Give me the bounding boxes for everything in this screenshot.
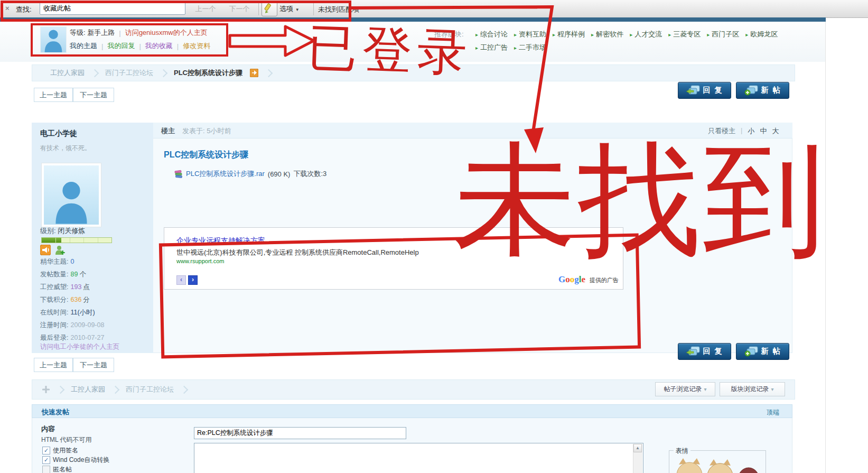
checkbox-row: ✓ Wind Code自动转换 — [42, 456, 109, 465]
author-name[interactable]: 电工小学徒 — [40, 129, 77, 138]
separator: | — [101, 42, 103, 50]
next-topic-button[interactable]: 下一主题 — [73, 88, 114, 102]
ad-next-button[interactable]: › — [188, 275, 198, 285]
back-to-top-link[interactable]: 顶端 — [767, 408, 779, 417]
reply-button[interactable]: 回 复 — [678, 343, 731, 360]
close-icon[interactable]: × — [5, 4, 10, 12]
my-favorites-link[interactable]: 我的收藏 — [145, 41, 173, 51]
breadcrumb-home[interactable]: 工控人家园 — [50, 68, 85, 78]
ad-url: www.rsupport.com — [176, 258, 224, 264]
view-op-only-link[interactable]: 只看楼主 — [708, 126, 735, 136]
checkbox-label: 使用签名 — [53, 446, 78, 455]
chevron-right-icon — [91, 69, 99, 77]
board-link[interactable]: ▸西门子区 — [707, 30, 739, 39]
subject-input[interactable] — [194, 427, 406, 439]
board-link[interactable]: ▸解密软件 — [591, 30, 623, 39]
separator: | — [139, 42, 141, 50]
stat-row: 注册时间:2009-09-08 — [40, 321, 152, 332]
board-link[interactable]: ▸欧姆龙区 — [745, 30, 778, 39]
reply-button[interactable]: 回 复 — [678, 82, 731, 99]
scroll-up-icon[interactable]: ▲ — [633, 444, 642, 452]
share-icon[interactable] — [250, 69, 258, 77]
author-homepage-link[interactable]: 访问电工小学徒的个人主页 — [40, 342, 119, 351]
recommended-row2: ▸工控广告 ▸二手市场 — [475, 43, 546, 52]
triangle-bullet-icon: ▸ — [668, 32, 671, 38]
forum-page: × 查找: 上一个 下一个 选项 ▼ 未找到匹配项 等级: 新手上路 | 访问g — [0, 0, 868, 473]
board-link[interactable]: ▸综合讨论 — [475, 30, 508, 39]
board-link[interactable]: ▸程序样例 — [553, 30, 585, 39]
my-topics-link[interactable]: 我的主题 — [70, 41, 97, 51]
avatar-background — [44, 165, 99, 225]
cat-emoticons[interactable] — [675, 457, 759, 473]
attachment-icon — [174, 170, 183, 178]
options-button[interactable]: 选项 ▼ — [279, 3, 300, 15]
prev-topic-button[interactable]: 上一主题 — [34, 358, 73, 372]
post-view-options: 只看楼主 | 小 中 大 — [708, 126, 779, 136]
windcode-convert-checkbox[interactable]: ✓ — [42, 456, 50, 464]
find-bar: × 查找: 上一个 下一个 选项 ▼ 未找到匹配项 — [0, 0, 868, 18]
find-next-button[interactable]: 下一个 — [224, 3, 255, 15]
font-size-small-link[interactable]: 小 — [748, 126, 754, 136]
next-topic-button[interactable]: 下一主题 — [73, 358, 114, 372]
user-profile-link[interactable]: 访问geniusxmw的个人主页 — [125, 28, 208, 38]
board-history-dropdown[interactable]: 版块浏览记录▾ — [720, 382, 785, 396]
author-avatar[interactable] — [41, 163, 101, 227]
new-post-button[interactable]: 新 帖 — [736, 343, 789, 360]
triangle-bullet-icon: ▸ — [707, 32, 710, 38]
reply-label: 回 复 — [703, 347, 723, 356]
plus-icon[interactable] — [42, 385, 50, 394]
my-replies-link[interactable]: 我的回复 — [107, 41, 135, 51]
page-right-edge — [825, 22, 826, 473]
breadcrumb-home[interactable]: 工控人家园 — [71, 385, 105, 394]
attachment-row: PLC控制系统设计步骤.rar (690 K) 下载次数:3 — [174, 169, 326, 179]
breadcrumb-board[interactable]: 西门子工控论坛 — [105, 68, 153, 78]
post-history-label: 帖子浏览记录 — [664, 385, 702, 393]
user-header-line2: 我的主题 | 我的回复 | 我的收藏 | 修改资料 — [70, 41, 210, 51]
find-prev-button[interactable]: 上一个 — [190, 3, 221, 15]
user-level-text: 等级: 新手上路 — [70, 28, 115, 38]
breadcrumb-board[interactable]: 西门子工控论坛 — [126, 385, 174, 394]
announce-icon[interactable] — [40, 245, 51, 255]
board-link[interactable]: ▸资料互助 — [514, 30, 546, 39]
checkbox-label: Wind Code自动转换 — [53, 456, 109, 465]
divider — [258, 2, 259, 15]
emoticon-label: 表情 — [674, 447, 690, 456]
triangle-bullet-icon: ▸ — [475, 32, 478, 38]
level-label: 级别: — [40, 227, 56, 235]
triangle-bullet-icon: ▸ — [514, 45, 517, 51]
quick-post-header: 快速发帖 顶端 — [32, 404, 792, 418]
post-history-dropdown[interactable]: 帖子浏览记录▾ — [655, 382, 715, 396]
checkbox-label: 匿名帖 — [53, 465, 72, 473]
board-history-label: 版块浏览记录 — [731, 385, 769, 393]
add-friend-icon[interactable] — [54, 245, 65, 255]
author-signature: 有技术，饿不死。 — [40, 144, 91, 153]
edit-profile-link[interactable]: 修改资料 — [183, 41, 210, 51]
new-post-label: 新 帖 — [761, 347, 781, 356]
anonymous-checkbox[interactable] — [42, 466, 50, 473]
recommended-row1: ▸综合讨论 ▸资料互助 ▸程序样例 ▸解密软件 ▸人才交流 ▸三菱专区 ▸西门子… — [475, 30, 778, 39]
new-post-button[interactable]: 新 帖 — [736, 82, 789, 99]
ads-by-google[interactable]: Google 提供的广告 — [558, 274, 619, 285]
board-link[interactable]: ▸二手市场 — [514, 43, 546, 52]
scrollbar[interactable]: ▲ — [633, 444, 642, 473]
stat-row: 在线时间:11(小时) — [40, 308, 152, 320]
triangle-bullet-icon: ▸ — [630, 32, 632, 38]
find-input[interactable] — [40, 2, 185, 15]
board-link[interactable]: ▸工控广告 — [475, 43, 508, 52]
font-size-large-link[interactable]: 大 — [772, 126, 779, 136]
highlight-all-button[interactable] — [262, 2, 277, 16]
attachment-link[interactable]: PLC控制系统设计步骤.rar — [186, 169, 265, 179]
board-link[interactable]: ▸三菱专区 — [668, 30, 701, 39]
board-link[interactable]: ▸人才交流 — [630, 30, 662, 39]
user-header-line1: 等级: 新手上路 | 访问geniusxmw的个人主页 — [70, 28, 208, 38]
level-progress-fill — [42, 238, 61, 243]
ad-prev-button[interactable]: ‹ — [176, 275, 186, 285]
caret-down-icon: ▾ — [771, 386, 773, 392]
message-textarea[interactable]: ▲ — [194, 443, 643, 473]
avatar[interactable] — [40, 26, 67, 53]
quick-post-title: 快速发帖 — [42, 407, 69, 417]
font-size-medium-link[interactable]: 中 — [760, 126, 767, 136]
ad-title-link[interactable]: 企业专业远程支持解决方案 — [176, 236, 265, 246]
use-signature-checkbox[interactable]: ✓ — [42, 447, 50, 455]
prev-topic-button[interactable]: 上一主题 — [34, 88, 73, 102]
